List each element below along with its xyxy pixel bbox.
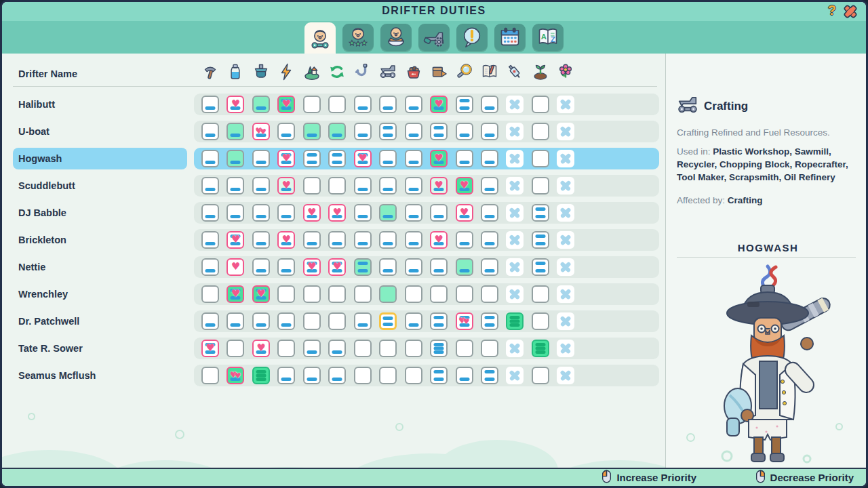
duty-cell-unassigned[interactable] — [532, 367, 549, 384]
duty-cell-priority-1[interactable] — [405, 150, 422, 167]
duty-cell-priority-2[interactable] — [456, 96, 473, 113]
duty-cell-liked-priority-1[interactable]: ♥ — [277, 231, 295, 249]
duty-cell-priority-2[interactable] — [481, 367, 498, 384]
duty-cell-priority-2[interactable] — [430, 367, 448, 384]
increase-priority-button[interactable]: Increase Priority — [601, 470, 696, 485]
duty-cell-unavailable[interactable] — [506, 367, 524, 384]
duty-cell-unavailable[interactable] — [557, 340, 574, 357]
duty-cell-priority-1[interactable] — [201, 258, 219, 276]
duty-cell-unavailable[interactable] — [557, 285, 574, 303]
duty-cell-priority-1[interactable] — [328, 367, 346, 384]
duty-cell-unavailable[interactable] — [506, 340, 524, 357]
duty-cell-unavailable[interactable] — [557, 96, 574, 113]
duty-cell-priority-1[interactable] — [226, 312, 244, 330]
duty-cell-priority-1[interactable] — [252, 204, 270, 222]
tab-saw-gear[interactable] — [418, 24, 450, 51]
duty-cell-priority-1[interactable] — [303, 340, 321, 357]
duty-cell-priority-1[interactable] — [405, 231, 422, 249]
duty-cell-liked-priority-1[interactable]: ♥ — [252, 340, 270, 357]
duty-cell-unassigned[interactable] — [328, 177, 346, 195]
duty-cell-unassigned[interactable] — [532, 285, 549, 303]
duty-cell-unavailable[interactable] — [557, 123, 574, 140]
duty-cell-unassigned[interactable] — [303, 177, 321, 195]
duty-cell-liked-boosted-2[interactable]: ♥ — [226, 285, 244, 303]
drifter-name-wrenchley[interactable]: Wrenchley — [18, 283, 68, 305]
duty-cell-unavailable[interactable] — [557, 312, 574, 330]
duty-column-water-flask-icon[interactable] — [226, 63, 244, 81]
duty-column-hammer-icon[interactable] — [201, 63, 219, 81]
duty-cell-unavailable[interactable] — [557, 258, 574, 276]
duty-cell-priority-1[interactable] — [481, 150, 498, 167]
duty-cell-priority-2-hovered[interactable] — [379, 312, 397, 330]
drifter-name-tate-r-sower[interactable]: Tate R. Sower — [18, 338, 83, 359]
duty-cell-priority-2[interactable] — [532, 231, 549, 249]
duty-cell-liked-priority-2[interactable]: ♥ — [303, 258, 321, 276]
duty-cell-unavailable[interactable] — [506, 96, 524, 113]
duty-column-magnifier-icon[interactable] — [456, 63, 473, 81]
duty-cell-priority-1[interactable] — [354, 231, 372, 249]
drifter-name-scuddlebutt[interactable]: Scuddlebutt — [18, 175, 75, 197]
duty-column-syringe-icon[interactable] — [506, 63, 524, 81]
duty-cell-unavailable[interactable] — [506, 150, 524, 167]
duty-cell-priority-2[interactable] — [481, 312, 498, 330]
duty-cell-priority-2[interactable] — [303, 150, 321, 167]
duty-cell-loved-priority-1[interactable]: ♥♥ — [252, 123, 270, 140]
duty-cell-unassigned[interactable] — [379, 340, 397, 357]
tab-alert-bubble[interactable] — [456, 24, 488, 51]
duty-cell-liked[interactable]: ♥ — [226, 258, 244, 276]
duty-cell-specialist-max[interactable] — [532, 340, 549, 357]
duty-cell-priority-2[interactable] — [328, 150, 346, 167]
duty-cell-unassigned[interactable] — [532, 150, 549, 167]
duty-cell-priority-1[interactable] — [456, 123, 473, 140]
duty-cell-priority-1[interactable] — [481, 258, 498, 276]
duty-cell-priority-1[interactable] — [405, 177, 422, 195]
help-button[interactable]: ? — [828, 3, 836, 18]
duty-column-journal-icon[interactable] — [481, 63, 498, 81]
duty-cell-unassigned[interactable] — [201, 285, 219, 303]
duty-cell-boosted-priority-1[interactable] — [226, 150, 244, 167]
duty-cell-priority-1[interactable] — [252, 150, 270, 167]
duty-cell-unassigned[interactable] — [532, 96, 549, 113]
duty-column-cooking-pot-icon[interactable] — [252, 63, 270, 81]
duty-cell-unassigned[interactable] — [303, 285, 321, 303]
duty-cell-priority-2[interactable] — [379, 123, 397, 140]
duty-cell-priority-1[interactable] — [379, 96, 397, 113]
duty-cell-priority-1[interactable] — [405, 204, 422, 222]
duty-cell-unassigned[interactable] — [328, 285, 346, 303]
duty-cell-boosted-priority-1[interactable] — [252, 96, 270, 113]
duty-column-pet-bowl-icon[interactable] — [405, 63, 422, 81]
duty-cell-unassigned[interactable] — [532, 312, 549, 330]
tab-drifter-stars[interactable] — [342, 24, 374, 51]
duty-column-island-icon[interactable] — [303, 63, 321, 81]
drifter-name-seamus-mcflush[interactable]: Seamus Mcflush — [18, 365, 96, 386]
duty-cell-unavailable[interactable] — [557, 231, 574, 249]
duty-cell-boosted-priority-1[interactable] — [328, 123, 346, 140]
duty-column-supply-box-icon[interactable] — [430, 63, 448, 81]
duty-cell-unassigned[interactable] — [277, 285, 295, 303]
duty-cell-unassigned[interactable] — [481, 285, 498, 303]
duty-cell-priority-1[interactable] — [354, 96, 372, 113]
duty-cell-unavailable[interactable] — [506, 204, 524, 222]
duty-cell-priority-2[interactable] — [532, 204, 549, 222]
duty-cell-liked-priority-2[interactable]: ♥ — [277, 150, 295, 167]
duty-cell-unassigned[interactable] — [303, 96, 321, 113]
drifter-name-dj-babble[interactable]: DJ Babble — [18, 202, 66, 224]
drifter-name-dr-patchwell[interactable]: Dr. Patchwell — [18, 310, 79, 332]
duty-cell-priority-1[interactable] — [405, 123, 422, 140]
duty-cell-priority-1[interactable] — [379, 150, 397, 167]
decrease-priority-button[interactable]: Decrease Priority — [755, 470, 854, 485]
duty-cell-unavailable[interactable] — [506, 231, 524, 249]
duty-cell-priority-1[interactable] — [481, 123, 498, 140]
duty-cell-priority-1[interactable] — [303, 367, 321, 384]
duty-cell-priority-1[interactable] — [201, 231, 219, 249]
duty-cell-loved-boosted[interactable]: ♥♥ — [226, 367, 244, 384]
duty-cell-priority-2[interactable] — [430, 312, 448, 330]
duty-cell-unassigned[interactable] — [405, 340, 422, 357]
duty-cell-boosted-priority-2[interactable] — [354, 258, 372, 276]
duty-column-fish-hook-icon[interactable] — [354, 63, 372, 81]
duty-cell-priority-1[interactable] — [252, 231, 270, 249]
duty-cell-priority-1[interactable] — [201, 204, 219, 222]
duty-cell-liked-priority-1[interactable]: ♥ — [456, 204, 473, 222]
duty-cell-liked-priority-1[interactable]: ♥ — [303, 204, 321, 222]
duty-cell-unassigned[interactable] — [379, 367, 397, 384]
